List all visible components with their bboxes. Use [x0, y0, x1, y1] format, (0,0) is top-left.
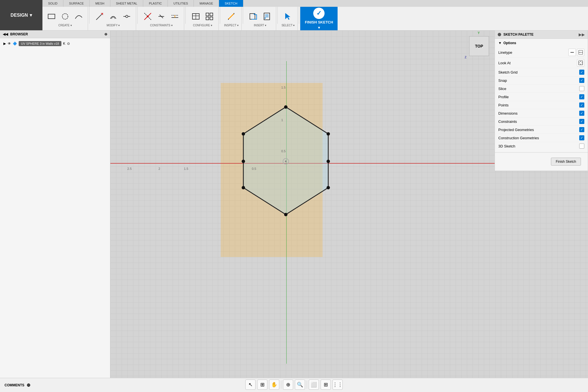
tab-sketch[interactable]: SKETCH — [219, 0, 243, 7]
camera-tool-icon[interactable]: ⊞ — [257, 380, 267, 390]
points-checkbox[interactable]: ✓ — [579, 102, 584, 108]
hex-point-right — [327, 160, 330, 163]
component-label: UV SPHERE 3 in Walls v18 — [19, 41, 61, 46]
svg-rect-24 — [264, 13, 270, 20]
construction-checkbox[interactable]: ✓ — [579, 135, 584, 140]
design-arrow: ▾ — [30, 12, 32, 18]
view-cube-face[interactable]: TOP — [469, 36, 489, 56]
finish-sketch-arrow: ▾ — [318, 25, 320, 30]
collapse-icon[interactable]: ◀◀ — [3, 32, 8, 36]
palette-expand-icon[interactable]: ▶▶ — [579, 32, 585, 37]
hexagon-sketch[interactable] — [218, 83, 345, 261]
grid-tool-icon[interactable]: ⊞ — [321, 380, 331, 390]
rectangle-icon[interactable] — [45, 10, 58, 23]
add-comment-icon[interactable]: ⊕ — [27, 382, 30, 388]
circle-icon[interactable] — [59, 10, 71, 23]
timeline-icon[interactable]: ⊙ — [67, 42, 70, 46]
grid-icon[interactable] — [203, 10, 216, 23]
projected-row: Projected Geometries ✓ — [498, 126, 584, 134]
offset-icon[interactable] — [107, 10, 119, 23]
visible-icon[interactable]: 👁 — [8, 42, 11, 46]
3d-sketch-checkbox[interactable] — [579, 143, 584, 149]
insert-label: INSERT ▾ — [254, 24, 266, 27]
linetype-dashed-icon[interactable] — [577, 49, 584, 56]
projected-checkbox[interactable]: ✓ — [579, 127, 584, 132]
finish-sketch-button[interactable]: ✓ FINISH SKETCH ▾ — [300, 7, 338, 30]
constraints-row: Constraints ✓ — [498, 117, 584, 126]
select-arrow-icon[interactable] — [282, 10, 294, 23]
y-axis-label: Y — [478, 31, 480, 35]
linetype-label: Linetype — [498, 50, 512, 55]
lookat-icon[interactable] — [577, 59, 584, 67]
inspect-label: INSPECT ▾ — [224, 24, 239, 27]
create-icons — [45, 10, 85, 23]
pan-tool-icon[interactable]: ✋ — [269, 380, 279, 390]
browser-options-icon[interactable]: ⊖ — [104, 32, 107, 36]
trim-icon[interactable] — [93, 10, 106, 23]
modify-label: MODIFY ▾ — [107, 24, 120, 27]
modify-section: MODIFY ▾ — [91, 7, 136, 30]
snap-checkbox[interactable]: ✓ — [579, 78, 584, 83]
snap-label: Snap — [498, 78, 507, 83]
points-row: Points ✓ — [498, 101, 584, 109]
tab-solid[interactable]: SOLID — [42, 0, 63, 7]
create-label: CREATE ▾ — [58, 24, 72, 27]
constraint2-icon[interactable] — [155, 10, 168, 23]
tab-plastic[interactable]: PLASTIC — [143, 0, 168, 7]
layout-tool-icon[interactable]: ⋮⋮ — [332, 380, 343, 390]
linetype-solid-icon[interactable] — [568, 49, 576, 56]
palette-title: SKETCH PALETTE — [503, 33, 533, 37]
linetype-row: Linetype — [498, 47, 584, 58]
zoom-tool-icon[interactable]: 🔍 — [295, 380, 305, 390]
sketch-grid-checkbox[interactable]: ✓ — [579, 70, 584, 75]
measure-icon[interactable] — [225, 10, 237, 23]
configure-icons — [190, 10, 216, 23]
options-collapse-icon: ▼ — [498, 41, 502, 45]
tab-utilities[interactable]: UTILITIES — [168, 0, 194, 7]
constraint3-icon[interactable] — [169, 10, 181, 23]
design-button[interactable]: DESIGN ▾ — [0, 0, 42, 30]
expand-icon[interactable]: ▶ — [3, 42, 6, 46]
sketch-grid-row: Sketch Grid ✓ — [498, 68, 584, 76]
orbit-tool-icon[interactable]: ⊕ — [283, 380, 293, 390]
inspect-section: INSPECT ▾ — [221, 7, 242, 30]
sketch-grid-label: Sketch Grid — [498, 70, 518, 74]
browser-title: BROWSER — [10, 32, 28, 36]
coincident-icon[interactable] — [141, 10, 154, 23]
tab-mesh[interactable]: MESH — [90, 0, 110, 7]
palette-footer: Finish Sketch — [495, 152, 588, 171]
configure-label: CONFIGURE ▾ — [193, 24, 212, 27]
tab-sheet-metal[interactable]: SHEET METAL — [110, 0, 143, 7]
bottom-tools: ↖ ⊞ ✋ ⊕ 🔍 ⬜ ⊞ ⋮⋮ — [245, 380, 343, 390]
table-icon[interactable] — [190, 10, 202, 23]
select-label: SELECT ▾ — [282, 24, 295, 27]
profile-label: Profile — [498, 95, 509, 99]
select-section: SELECT ▾ — [279, 7, 298, 30]
tab-surface[interactable]: SURFACE — [63, 0, 90, 7]
create-section: CREATE ▾ — [42, 7, 88, 30]
bottom-bar: COMMENTS ⊕ ↖ ⊞ ✋ ⊕ 🔍 ⬜ ⊞ ⋮⋮ — [0, 378, 588, 392]
points-label: Points — [498, 103, 508, 107]
dimensions-checkbox[interactable]: ✓ — [579, 111, 584, 116]
svg-point-4 — [126, 15, 128, 18]
constraints-checkbox[interactable]: ✓ — [579, 119, 584, 124]
browser-content: ▶ 👁 🔷 UV SPHERE 3 in Walls v18 K ⊙ — [0, 38, 110, 378]
hex-center-dot — [285, 160, 287, 162]
tab-manage[interactable]: MANAGE — [194, 0, 219, 7]
cursor-tool-icon[interactable]: ↖ — [245, 380, 256, 390]
slice-checkbox[interactable] — [579, 86, 584, 91]
options-title[interactable]: ▼ Options — [498, 41, 584, 45]
display-tool-icon[interactable]: ⬜ — [309, 380, 319, 390]
view-cube[interactable]: TOP X Y Z — [469, 36, 492, 59]
browser-item[interactable]: ▶ 👁 🔷 UV SPHERE 3 in Walls v18 K ⊙ — [2, 40, 108, 47]
insert2-icon[interactable] — [261, 10, 273, 23]
line-arc-icon[interactable] — [72, 10, 85, 23]
divider4 — [220, 7, 220, 24]
insert1-icon[interactable] — [247, 10, 259, 23]
canvas-area[interactable]: 1.5 1 0.5 0.5 1.5 2 2.5 TOP X Y Z — [110, 31, 588, 378]
palette-header-left: SKETCH PALETTE — [498, 33, 533, 37]
break-icon[interactable] — [121, 10, 133, 23]
palette-finish-sketch-button[interactable]: Finish Sketch — [551, 158, 581, 166]
construction-row: Construction Geometries ✓ — [498, 134, 584, 142]
profile-checkbox[interactable]: ✓ — [579, 94, 584, 99]
